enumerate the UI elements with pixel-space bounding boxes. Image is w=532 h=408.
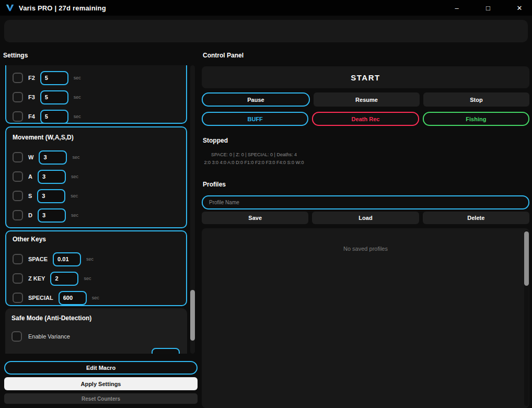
key-label: W [28,154,33,160]
window-title: Varis PRO | 27d remaining [19,4,106,12]
profiles-scrollbar[interactable] [524,230,529,406]
checkbox-a[interactable] [13,171,23,182]
unit-label: sec [92,295,99,300]
reset-counters-button[interactable]: Reset Counters [4,393,198,404]
minimize-button[interactable]: – [452,4,462,12]
duration-input-d[interactable] [38,208,66,223]
close-button[interactable]: ✕ [514,4,525,12]
empty-profiles-text: No saved profiles [202,228,529,252]
app-window: Varis PRO | 27d remaining – □ ✕ Settings… [0,0,532,408]
unit-label: sec [84,276,91,281]
delete-button[interactable]: Delete [423,212,529,224]
stop-button[interactable]: Stop [423,92,529,107]
duration-input-w[interactable] [39,150,67,165]
checkbox-f2[interactable] [13,73,23,83]
key-label: D [28,212,32,218]
save-button[interactable]: Save [202,212,308,224]
other-keys-section-title: Other Keys [13,236,180,243]
duration-input-special[interactable] [59,291,87,305]
unit-label: sec [74,114,81,119]
key-label: F4 [28,113,35,120]
duration-input-space[interactable] [53,252,81,266]
load-button[interactable]: Load [312,212,419,224]
checkbox-space[interactable] [13,254,23,264]
profiles-list: No saved profiles [202,228,529,408]
duration-input-a[interactable] [38,170,66,184]
profiles-header: Profiles [203,181,226,188]
buff-button[interactable]: BUFF [202,112,308,126]
key-row: A sec [13,169,180,184]
key-row: W sec [13,150,180,165]
key-label: Z KEY [28,275,45,282]
settings-scrollbar[interactable] [190,65,195,354]
settings-scroll-area[interactable]: F2 sec F3 sec F4 sec Movement (W,A,S,D) [5,65,187,354]
settings-header: Settings [3,52,28,59]
checkbox-f3[interactable] [13,92,23,102]
enable-variance-label: Enable Variance [28,333,70,340]
titlebar: Varis PRO | 27d remaining – □ ✕ [0,0,532,16]
stats-line-2: 2:0 3:0 4:0 A:0 D:0 F1:0 F2:0 F3:0 F4:0 … [202,159,306,167]
enable-variance-checkbox[interactable] [11,331,22,342]
maximize-button[interactable]: □ [483,4,493,12]
profile-name-input[interactable] [202,195,529,209]
checkbox-f4[interactable] [13,111,23,122]
checkbox-w[interactable] [13,152,23,162]
key-row: D sec [13,208,180,223]
profiles-scrollbar-thumb[interactable] [524,231,529,286]
duration-input-zkey[interactable] [50,272,78,286]
start-button[interactable]: START [202,66,529,88]
edit-macro-button[interactable]: Edit Macro [4,361,198,375]
death-rec-button[interactable]: Death Rec [312,112,419,126]
unit-label: sec [71,193,78,199]
key-label: F3 [28,94,35,100]
key-row: Z KEY sec [13,271,180,286]
unit-label: sec [74,95,81,100]
control-row-1: Pause Resume Stop [202,92,529,107]
enable-variance-row: Enable Variance [11,329,181,344]
duration-input-f4[interactable] [40,110,68,124]
key-label: SPACE [28,256,48,262]
key-row: SPACE sec [13,252,180,266]
unit-label: sec [71,174,78,179]
top-banner [4,20,528,42]
unit-label: sec [86,257,94,262]
duration-input-s[interactable] [37,189,65,203]
pause-button[interactable]: Pause [202,92,310,107]
status-text: Stopped [203,137,228,144]
function-keys-section: F2 sec F3 sec F4 sec [5,65,187,124]
checkbox-special[interactable] [13,293,23,303]
key-row: F2 sec [13,71,180,85]
checkbox-zkey[interactable] [13,273,23,284]
movement-section: Movement (W,A,S,D) W sec A sec S [5,126,187,228]
control-panel-header: Control Panel [203,52,244,59]
key-row: SPECIAL sec [13,290,180,305]
key-label: F2 [28,75,35,81]
app-logo-icon [5,3,15,13]
key-label: SPECIAL [28,295,53,301]
key-row: F4 sec [13,109,180,124]
unit-label: sec [74,75,81,80]
variance-input[interactable] [152,348,180,354]
checkbox-d[interactable] [13,210,23,220]
safe-mode-section-title: Safe Mode (Anti-Detection) [11,314,181,322]
safe-mode-section: Safe Mode (Anti-Detection) Enable Varian… [5,308,187,354]
other-keys-section: Other Keys SPACE sec Z KEY sec SPECIAL [5,230,187,306]
window-controls: – □ ✕ [452,0,525,16]
key-label: S [28,193,32,199]
resume-button[interactable]: Resume [314,92,420,107]
apply-settings-button[interactable]: Apply Settings [4,377,198,390]
duration-input-f2[interactable] [40,71,68,85]
key-row: S sec [13,189,180,203]
fishing-button[interactable]: Fishing [423,112,529,126]
movement-section-title: Movement (W,A,S,D) [13,134,180,141]
control-row-2: BUFF Death Rec Fishing [202,112,529,126]
duration-input-f3[interactable] [40,90,68,104]
settings-scrollbar-thumb[interactable] [190,290,195,341]
key-row: F3 sec [13,90,180,104]
unit-label: sec [71,213,78,218]
counters-block: SPACE: 0 | Z: 0 | SPECIAL: 0 | Deaths: 4… [202,151,306,167]
stats-line-1: SPACE: 0 | Z: 0 | SPECIAL: 0 | Deaths: 4 [202,151,306,159]
key-label: A [28,173,32,180]
checkbox-s[interactable] [13,191,23,201]
profiles-button-row: Save Load Delete [202,212,529,224]
